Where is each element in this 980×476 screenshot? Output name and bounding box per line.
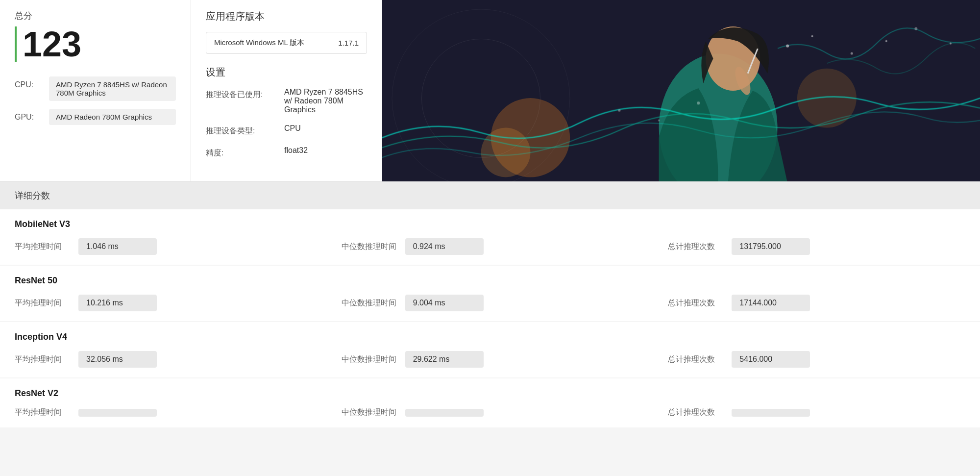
benchmark-item: MobileNet V3 平均推理时间 1.046 ms 中位数推理时间 0.9… bbox=[0, 209, 980, 265]
device-type-row: 推理设备类型: CPU bbox=[206, 124, 367, 136]
svg-point-12 bbox=[914, 27, 917, 30]
benchmark-name: Inception V4 bbox=[0, 322, 980, 347]
cpu-row: CPU: AMD Ryzen 7 8845HS w/ Radeon 780M G… bbox=[15, 76, 176, 101]
svg-point-8 bbox=[786, 45, 789, 48]
avg-time-value bbox=[78, 409, 157, 417]
total-count-label: 总计推理次数 bbox=[668, 298, 732, 308]
avg-time-value: 1.046 ms bbox=[78, 238, 157, 255]
median-time-value bbox=[405, 409, 484, 417]
app-version-title: 应用程序版本 bbox=[206, 10, 367, 23]
svg-point-11 bbox=[885, 40, 887, 42]
avg-time-label: 平均推理时间 bbox=[15, 354, 78, 365]
benchmark-item: ResNet V2 平均推理时间 中位数推理时间 总计推理次数 bbox=[0, 378, 980, 427]
avg-time-group: 平均推理时间 1.046 ms bbox=[15, 238, 312, 255]
total-count-value: 17144.000 bbox=[732, 295, 810, 311]
median-time-label: 中位数推理时间 bbox=[342, 298, 405, 308]
precision-row: 精度: float32 bbox=[206, 146, 367, 158]
benchmark-name: MobileNet V3 bbox=[0, 209, 980, 234]
cpu-value: AMD Ryzen 7 8845HS w/ Radeon 780M Graphi… bbox=[49, 76, 176, 101]
median-time-value: 29.622 ms bbox=[405, 351, 484, 368]
gpu-label: GPU: bbox=[15, 109, 49, 122]
settings-title: 设置 bbox=[206, 66, 367, 79]
hero-svg bbox=[382, 0, 980, 181]
benchmark-area: MobileNet V3 平均推理时间 1.046 ms 中位数推理时间 0.9… bbox=[0, 209, 980, 427]
device-used-row: 推理设备已使用: AMD Ryzen 7 8845HS w/ Radeon 78… bbox=[206, 88, 367, 114]
avg-time-group: 平均推理时间 bbox=[15, 407, 312, 418]
top-section: 总分 123 CPU: AMD Ryzen 7 8845HS w/ Radeon… bbox=[0, 0, 980, 182]
avg-time-group: 平均推理时间 32.056 ms bbox=[15, 351, 312, 368]
benchmark-item: Inception V4 平均推理时间 32.056 ms 中位数推理时间 29… bbox=[0, 322, 980, 377]
median-time-group: 中位数推理时间 29.622 ms bbox=[342, 351, 639, 368]
gpu-value: AMD Radeon 780M Graphics bbox=[49, 109, 176, 125]
detail-section-label: 详细分数 bbox=[15, 191, 50, 200]
total-count-value: 131795.000 bbox=[732, 238, 810, 255]
total-count-label: 总计推理次数 bbox=[668, 354, 732, 365]
device-type-label: 推理设备类型: bbox=[206, 124, 284, 136]
benchmark-metrics: 平均推理时间 中位数推理时间 总计推理次数 bbox=[0, 403, 980, 427]
median-time-group: 中位数推理时间 9.004 ms bbox=[342, 295, 639, 311]
total-count-group: 总计推理次数 17144.000 bbox=[668, 295, 965, 311]
benchmark-name: ResNet 50 bbox=[0, 266, 980, 291]
median-time-label: 中位数推理时间 bbox=[342, 354, 405, 365]
median-time-value: 9.004 ms bbox=[405, 295, 484, 311]
median-time-group: 中位数推理时间 bbox=[342, 407, 639, 418]
svg-point-14 bbox=[618, 109, 620, 112]
app-version-num: 1.17.1 bbox=[338, 39, 359, 47]
app-version-row: Microsoft Windows ML 版本 1.17.1 bbox=[206, 32, 367, 53]
precision-value: float32 bbox=[284, 146, 308, 155]
avg-time-value: 32.056 ms bbox=[78, 351, 157, 368]
total-count-group: 总计推理次数 131795.000 bbox=[668, 238, 965, 255]
total-count-label: 总计推理次数 bbox=[668, 242, 732, 252]
settings-panel: 应用程序版本 Microsoft Windows ML 版本 1.17.1 设置… bbox=[191, 0, 382, 181]
avg-time-label: 平均推理时间 bbox=[15, 407, 78, 418]
score-value: 123 bbox=[15, 26, 176, 62]
total-count-label: 总计推理次数 bbox=[668, 407, 732, 418]
median-time-value: 0.924 ms bbox=[405, 238, 484, 255]
app-version-box: Microsoft Windows ML 版本 1.17.1 bbox=[206, 32, 367, 54]
score-panel: 总分 123 CPU: AMD Ryzen 7 8845HS w/ Radeon… bbox=[0, 0, 191, 181]
total-count-value: 5416.000 bbox=[732, 351, 810, 368]
svg-point-9 bbox=[811, 35, 813, 37]
svg-point-16 bbox=[697, 101, 700, 104]
median-time-group: 中位数推理时间 0.924 ms bbox=[342, 238, 639, 255]
total-count-group: 总计推理次数 bbox=[668, 407, 965, 418]
svg-point-10 bbox=[850, 52, 853, 55]
avg-time-group: 平均推理时间 10.216 ms bbox=[15, 295, 312, 311]
score-label: 总分 bbox=[15, 10, 176, 22]
total-count-group: 总计推理次数 5416.000 bbox=[668, 351, 965, 368]
total-count-value bbox=[732, 409, 810, 417]
benchmark-name: ResNet V2 bbox=[0, 378, 980, 403]
gpu-row: GPU: AMD Radeon 780M Graphics bbox=[15, 109, 176, 125]
precision-label: 精度: bbox=[206, 146, 284, 158]
svg-point-15 bbox=[658, 119, 660, 121]
benchmark-metrics: 平均推理时间 10.216 ms 中位数推理时间 9.004 ms 总计推理次数… bbox=[0, 291, 980, 321]
hero-image-panel: AI • bbox=[382, 0, 980, 181]
median-time-label: 中位数推理时间 bbox=[342, 407, 405, 418]
median-time-label: 中位数推理时间 bbox=[342, 242, 405, 252]
device-used-value: AMD Ryzen 7 8845HS w/ Radeon 780M Graphi… bbox=[284, 88, 367, 114]
svg-point-13 bbox=[949, 43, 951, 45]
device-used-label: 推理设备已使用: bbox=[206, 88, 284, 100]
benchmark-item: ResNet 50 平均推理时间 10.216 ms 中位数推理时间 9.004… bbox=[0, 266, 980, 321]
cpu-label: CPU: bbox=[15, 76, 49, 89]
avg-time-label: 平均推理时间 bbox=[15, 298, 78, 308]
device-type-value: CPU bbox=[284, 124, 301, 133]
app-version-name: Microsoft Windows ML 版本 bbox=[214, 38, 338, 48]
detail-section-header: 详细分数 bbox=[0, 182, 980, 209]
avg-time-value: 10.216 ms bbox=[78, 295, 157, 311]
benchmark-metrics: 平均推理时间 1.046 ms 中位数推理时间 0.924 ms 总计推理次数 … bbox=[0, 234, 980, 265]
benchmark-metrics: 平均推理时间 32.056 ms 中位数推理时间 29.622 ms 总计推理次… bbox=[0, 347, 980, 377]
avg-time-label: 平均推理时间 bbox=[15, 242, 78, 252]
